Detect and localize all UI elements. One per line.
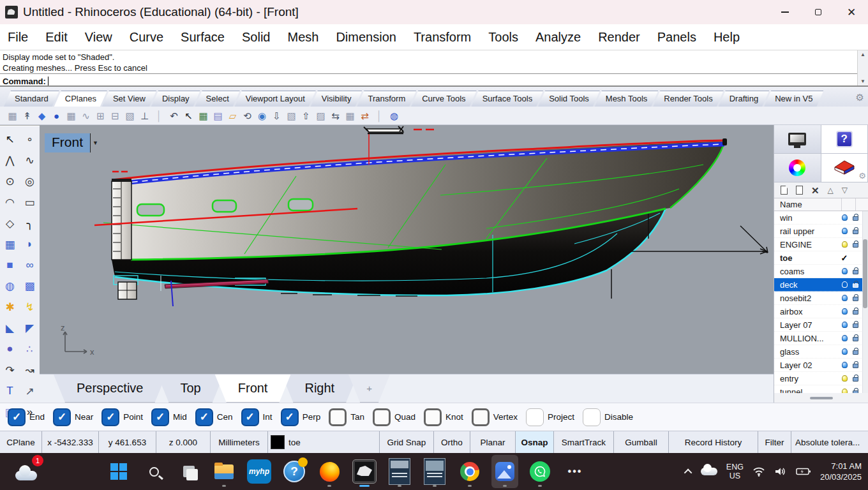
toolbar-tab[interactable]: Render Tools: [653, 91, 723, 107]
tray-chevron-up-icon[interactable]: [684, 468, 692, 477]
layer-name[interactable]: win: [780, 213, 837, 223]
photos-button[interactable]: [491, 455, 518, 488]
osnap-option[interactable]: Int: [241, 408, 273, 426]
layer-row[interactable]: Layer 07: [774, 318, 868, 332]
menu-item[interactable]: Mesh: [287, 30, 318, 45]
clock[interactable]: 7:01 AM 20/03/2025: [820, 461, 862, 482]
osnap-option[interactable]: Cen: [195, 408, 233, 426]
toolbar-tab[interactable]: CPlanes: [54, 91, 107, 107]
menu-item[interactable]: Curve: [130, 30, 163, 45]
layer-name[interactable]: entry: [780, 374, 837, 383]
layer-lock-icon[interactable]: [853, 216, 858, 221]
layer-lock-icon[interactable]: [853, 364, 858, 368]
start-button[interactable]: [105, 455, 132, 488]
layer-name[interactable]: ENGINE: [780, 240, 837, 249]
viewport-title[interactable]: Front ▼: [45, 133, 100, 152]
scrollbar-thumb[interactable]: [863, 239, 867, 308]
tool-icon[interactable]: ⋀: [0, 154, 20, 167]
layer-name[interactable]: toe: [780, 253, 837, 263]
copy-layer-icon[interactable]: [796, 186, 803, 195]
viewport-tab[interactable]: Front: [215, 375, 291, 403]
status-cell[interactable]: Record History: [669, 431, 758, 453]
layer-row[interactable]: win: [774, 211, 868, 225]
layer-row[interactable]: deck: [774, 278, 868, 292]
panel-tab-help[interactable]: ?: [821, 125, 868, 154]
layer-lock-icon[interactable]: [853, 310, 858, 315]
layer-visibility-bulb-icon[interactable]: [842, 308, 848, 315]
tool-icon[interactable]: ●: [0, 343, 20, 356]
osnap-checkbox[interactable]: [53, 408, 71, 426]
osnap-option[interactable]: Quad: [373, 408, 415, 426]
tool-icon[interactable]: ↝: [20, 364, 40, 377]
tool-icon[interactable]: ◤: [20, 322, 40, 335]
restore-button[interactable]: [802, 0, 835, 24]
layer-row[interactable]: ENGINE: [774, 238, 868, 251]
menu-item[interactable]: Panels: [657, 30, 696, 45]
task-view-button[interactable]: [176, 455, 202, 488]
menu-item[interactable]: Analyze: [535, 30, 581, 45]
gear-icon[interactable]: ⚙: [856, 92, 864, 103]
toolbar-tab[interactable]: Display: [151, 91, 200, 107]
toolbar-tab[interactable]: Mesh Tools: [595, 91, 659, 107]
toolbar-icon[interactable]: ↟: [20, 111, 34, 121]
layer-lock-icon[interactable]: [853, 390, 858, 393]
tool-icon[interactable]: ∘: [20, 133, 40, 146]
tool-icon[interactable]: ✱: [0, 301, 20, 314]
layer-name[interactable]: airbox: [780, 307, 837, 316]
tool-icon[interactable]: ╮: [20, 217, 40, 230]
toolbar-tab[interactable]: Select: [195, 91, 240, 107]
tool-icon[interactable]: ▩: [20, 279, 40, 293]
toolbar-tab[interactable]: Viewport Layout: [235, 91, 316, 107]
layer-name[interactable]: rail upper: [780, 226, 837, 236]
tool-icon[interactable]: ◗: [20, 238, 40, 251]
toolbar-icon[interactable]: ▦: [64, 111, 79, 121]
layer-name[interactable]: coams: [780, 267, 837, 276]
layer-row[interactable]: MULLION...: [774, 332, 868, 345]
layer-name[interactable]: glass: [780, 347, 837, 357]
layer-visibility-bulb-icon[interactable]: [842, 335, 848, 341]
toolbar-tab[interactable]: Surface Tools: [472, 91, 544, 107]
scroll-up-icon[interactable]: ▲: [860, 52, 865, 57]
layer-row[interactable]: Layer 02: [774, 359, 868, 372]
tool-icon[interactable]: ∿: [20, 154, 40, 167]
menu-item[interactable]: Tools: [488, 30, 518, 45]
layer-row[interactable]: entry: [774, 372, 868, 385]
toolbar-icon[interactable]: ▦: [196, 111, 211, 121]
osnap-checkbox[interactable]: [195, 408, 213, 426]
language-indicator[interactable]: ENG US: [726, 463, 744, 480]
command-scrollbar[interactable]: ▲ ▼: [857, 50, 868, 85]
layer-visibility-bulb-icon[interactable]: [842, 375, 848, 382]
taskbar-overflow-button[interactable]: •••: [562, 455, 588, 488]
layer-lock-icon[interactable]: [853, 283, 858, 288]
toolbar-tab[interactable]: Drafting: [719, 91, 770, 107]
move-down-icon[interactable]: ▽: [842, 186, 848, 194]
volume-icon[interactable]: [774, 466, 787, 477]
layer-lock-icon[interactable]: [853, 337, 858, 341]
osnap-option[interactable]: Perp: [281, 408, 321, 426]
menu-item[interactable]: Help: [714, 30, 740, 45]
toolbar-icon[interactable]: ◍: [387, 111, 401, 121]
search-button[interactable]: [140, 455, 167, 488]
battery-icon[interactable]: [796, 467, 811, 476]
osnap-option[interactable]: Tan: [329, 408, 364, 426]
command-area[interactable]: Display mode set to "Shaded". Creating m…: [0, 50, 868, 87]
gear-icon[interactable]: ⚙: [858, 171, 866, 181]
delete-layer-icon[interactable]: ✕: [811, 186, 819, 195]
layer-visibility-bulb-icon[interactable]: [842, 389, 848, 393]
layer-list-scrollbar[interactable]: [862, 211, 868, 393]
close-button[interactable]: ✕: [835, 0, 868, 24]
toolbar-icon[interactable]: │: [372, 111, 387, 121]
scroll-down-icon[interactable]: ▼: [860, 78, 865, 84]
tool-icon[interactable]: ◣: [0, 322, 20, 335]
tool-icon[interactable]: ◎: [20, 175, 40, 188]
toolbar-tab[interactable]: New in V5: [764, 91, 823, 107]
status-cell[interactable]: Grid Snap: [380, 431, 434, 453]
layer-visibility-bulb-icon[interactable]: [842, 348, 848, 355]
toolbar-icon[interactable]: ⟲: [240, 111, 255, 121]
osnap-option[interactable]: Point: [101, 408, 143, 426]
tool-icon[interactable]: ↷: [0, 364, 20, 377]
tool-icon[interactable]: ∴: [20, 343, 40, 356]
chevron-down-icon[interactable]: ▼: [90, 133, 100, 152]
ship-document-button-2[interactable]: [421, 455, 448, 488]
layer-visibility-bulb-icon[interactable]: [842, 281, 848, 288]
